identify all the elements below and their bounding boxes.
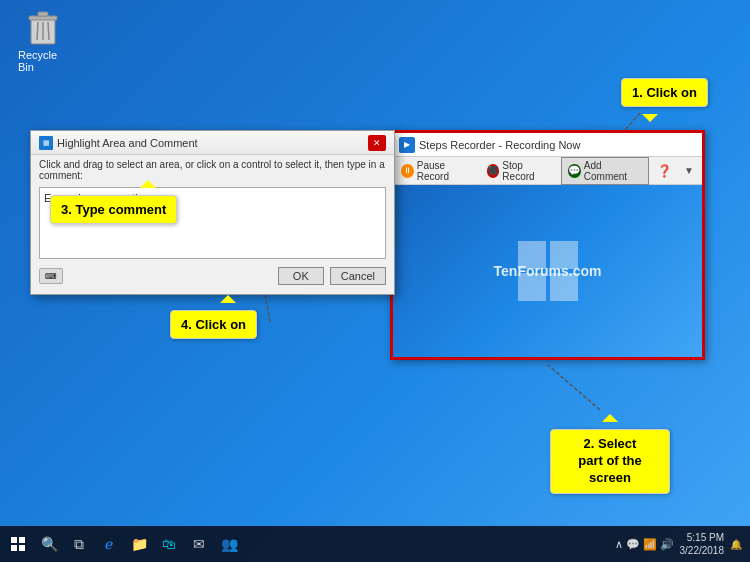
svg-line-9 (265, 294, 270, 322)
callout-3-text: 3. Type comment (61, 202, 166, 217)
desktop: Recycle Bin ▶ Steps Recorder - Recording… (0, 0, 750, 562)
clock[interactable]: 5:15 PM 3/22/2018 (680, 531, 725, 557)
dialog-title-icon: ▦ (39, 136, 53, 150)
network-icon: 📶 (643, 538, 657, 551)
svg-line-3 (37, 22, 38, 40)
add-comment-icon: 💬 (568, 164, 581, 178)
time-display: 5:15 PM (687, 531, 724, 544)
file-explorer-icon: 📁 (131, 536, 148, 552)
add-comment-button[interactable]: 💬 Add Comment (561, 157, 649, 185)
callout-2-text: 2. Selectpart of thescreen (578, 436, 642, 485)
taskbar-right: ∧ 💬 📶 🔊 5:15 PM 3/22/2018 🔔 (615, 531, 751, 557)
svg-rect-11 (19, 537, 25, 543)
help-button[interactable]: ❓ (653, 162, 676, 180)
store-button[interactable]: 🛍 (156, 526, 182, 562)
system-tray-icons: ∧ 💬 📶 🔊 (615, 538, 674, 551)
keyboard-icon: ⌨ (39, 268, 63, 284)
dialog-buttons: OK Cancel (278, 267, 386, 285)
dialog-title: Highlight Area and Comment (57, 137, 198, 149)
stop-record-label: Stop Record (502, 160, 553, 182)
edge-button[interactable]: ℯ (96, 526, 122, 562)
pause-record-button[interactable]: ⏸ Pause Record (397, 158, 479, 184)
taskbar: 🔍 ⧉ ℯ 📁 🛍 ✉ 👥 ∧ 💬 (0, 526, 750, 562)
windows-start-icon (11, 537, 25, 551)
callout-3: 3. Type comment (50, 195, 177, 224)
dialog-footer: ⌨ OK Cancel (31, 263, 394, 289)
date-display: 3/22/2018 (680, 544, 725, 557)
search-icon: 🔍 (41, 536, 58, 552)
cancel-button[interactable]: Cancel (330, 267, 386, 285)
svg-line-5 (48, 22, 49, 40)
callout-4-text: 4. Click on (181, 317, 246, 332)
speech-icon: 💬 (626, 538, 640, 551)
menu-button[interactable]: ▼ (680, 163, 698, 178)
recycle-bin-icon (27, 10, 59, 46)
stop-icon: ⬛ (487, 164, 500, 178)
mail-icon: ✉ (193, 536, 205, 552)
dialog-instruction: Click and drag to select an area, or cli… (31, 155, 394, 183)
watermark-text: TenForums.com (494, 263, 602, 279)
callout-1-text: 1. Click on (632, 85, 697, 100)
callout-2: 2. Selectpart of thescreen (550, 429, 670, 494)
pause-icon: ⏸ (401, 164, 414, 178)
up-arrow-icon: ∧ (615, 538, 623, 551)
steps-recorder-window: ▶ Steps Recorder - Recording Now ⏸ Pause… (390, 130, 705, 360)
edge-icon: ℯ (105, 536, 113, 552)
add-comment-label: Add Comment (584, 160, 642, 182)
file-explorer-button[interactable]: 📁 (126, 526, 152, 562)
steps-recorder-title-icon: ▶ (399, 137, 415, 153)
steps-recorder-toolbar: ⏸ Pause Record ⬛ Stop Record 💬 Add Comme… (393, 157, 702, 185)
notification-button[interactable]: 🔔 (730, 539, 742, 550)
recycle-bin-label: Recycle Bin (18, 49, 68, 73)
recycle-bin[interactable]: Recycle Bin (18, 10, 68, 73)
volume-icon: 🔊 (660, 538, 674, 551)
start-button[interactable] (0, 526, 36, 562)
store-icon: 🛍 (162, 536, 176, 552)
steps-recorder-titlebar: ▶ Steps Recorder - Recording Now (393, 133, 702, 157)
dialog-titlebar: ▦ Highlight Area and Comment ✕ (31, 131, 394, 155)
task-view-button[interactable]: ⧉ (66, 526, 92, 562)
svg-rect-13 (19, 545, 25, 551)
svg-rect-2 (38, 12, 48, 16)
search-button[interactable]: 🔍 (36, 526, 62, 562)
callout-4: 4. Click on (170, 310, 257, 339)
taskbar-pinned-icons: ⧉ ℯ 📁 🛍 ✉ 👥 (66, 526, 242, 562)
svg-rect-10 (11, 537, 17, 543)
mail-button[interactable]: ✉ (186, 526, 212, 562)
svg-line-7 (548, 365, 600, 410)
dialog-title-left: ▦ Highlight Area and Comment (39, 136, 198, 150)
steps-recorder-content: TenForums.com (393, 185, 702, 357)
task-view-icon: ⧉ (74, 536, 84, 553)
svg-rect-12 (11, 545, 17, 551)
stop-record-button[interactable]: ⬛ Stop Record (483, 158, 557, 184)
ok-button[interactable]: OK (278, 267, 324, 285)
callout-1: 1. Click on (621, 78, 708, 107)
people-icon: 👥 (221, 536, 238, 552)
dialog-close-button[interactable]: ✕ (368, 135, 386, 151)
steps-recorder-title: Steps Recorder - Recording Now (419, 139, 580, 151)
svg-rect-1 (29, 16, 57, 20)
pause-record-label: Pause Record (417, 160, 475, 182)
people-button[interactable]: 👥 (216, 526, 242, 562)
